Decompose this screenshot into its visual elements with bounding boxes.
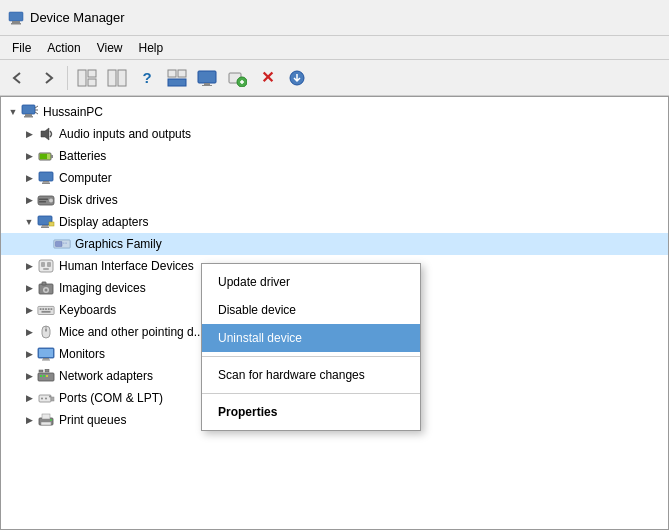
expand-hid[interactable]: ▶	[21, 258, 37, 274]
svg-rect-12	[204, 83, 210, 85]
context-menu-sep	[202, 356, 420, 357]
svg-point-71	[41, 398, 43, 400]
tree-label-keyboard: Keyboards	[59, 303, 116, 317]
svg-rect-1	[12, 21, 20, 23]
expand-print[interactable]: ▶	[21, 412, 37, 428]
menu-help[interactable]: Help	[131, 39, 172, 57]
svg-point-72	[45, 398, 47, 400]
svg-rect-11	[198, 71, 216, 83]
svg-rect-56	[42, 311, 51, 313]
menu-bar: File Action View Help	[0, 36, 669, 60]
svg-rect-50	[38, 306, 54, 314]
expand-ports[interactable]: ▶	[21, 390, 37, 406]
svg-rect-37	[49, 222, 54, 226]
svg-rect-29	[42, 183, 50, 185]
icon-network	[37, 367, 55, 385]
expand-keyboard[interactable]: ▶	[21, 302, 37, 318]
svg-rect-55	[51, 308, 53, 310]
svg-rect-67	[46, 375, 48, 377]
context-menu-sep2	[202, 393, 420, 394]
tree-item-disk[interactable]: ▶ Disk drives	[1, 189, 668, 211]
context-menu-uninstall-device[interactable]: Uninstall device	[202, 324, 420, 352]
tree-label-print: Print queues	[59, 413, 126, 427]
svg-rect-43	[41, 262, 45, 267]
svg-point-49	[45, 289, 48, 292]
svg-rect-13	[202, 85, 212, 86]
menu-action[interactable]: Action	[39, 39, 88, 57]
tree-item-gpu[interactable]: ▶ Graphics Family	[1, 233, 668, 255]
context-menu-scan-hardware[interactable]: Scan for hardware changes	[202, 361, 420, 389]
icon-audio	[37, 125, 55, 143]
expand-network[interactable]: ▶	[21, 368, 37, 384]
tree-label-monitors: Monitors	[59, 347, 105, 361]
main-content: ▼ HussainPC ▶	[0, 96, 669, 530]
svg-rect-17	[22, 105, 35, 114]
svg-rect-32	[39, 199, 48, 201]
expand-audio[interactable]: ▶	[21, 126, 37, 142]
svg-rect-9	[178, 70, 186, 77]
svg-rect-10	[168, 79, 186, 86]
forward-button[interactable]	[34, 64, 62, 92]
svg-point-78	[50, 419, 52, 421]
svg-rect-61	[39, 349, 53, 357]
svg-rect-41	[65, 242, 67, 244]
tree-item-batteries[interactable]: ▶ Batteries	[1, 145, 668, 167]
icon-keyboard	[37, 301, 55, 319]
svg-line-22	[35, 112, 38, 114]
svg-rect-63	[42, 360, 50, 361]
menu-file[interactable]: File	[4, 39, 39, 57]
tree-item-audio[interactable]: ▶ Audio inputs and outputs	[1, 123, 668, 145]
icon-computer-node	[37, 169, 55, 187]
icon-hid	[37, 257, 55, 275]
context-menu-properties[interactable]: Properties	[202, 398, 420, 426]
menu-view[interactable]: View	[89, 39, 131, 57]
monitor-button[interactable]	[193, 64, 221, 92]
svg-rect-0	[9, 12, 23, 21]
tree-label-ports: Ports (COM & LPT)	[59, 391, 163, 405]
context-menu-update-driver[interactable]: Update driver	[202, 268, 420, 296]
tree-item-root[interactable]: ▼ HussainPC	[1, 101, 668, 123]
svg-rect-18	[25, 114, 32, 116]
tree-label-imaging: Imaging devices	[59, 281, 146, 295]
tree-item-computer[interactable]: ▶ Computer	[1, 167, 668, 189]
svg-rect-36	[41, 227, 49, 229]
context-menu: Update driver Disable device Uninstall d…	[201, 263, 421, 431]
icon-ports	[37, 389, 55, 407]
context-menu-disable-device[interactable]: Disable device	[202, 296, 420, 324]
refresh-button[interactable]	[103, 64, 131, 92]
scan-button[interactable]	[163, 64, 191, 92]
svg-rect-35	[42, 225, 48, 227]
svg-line-20	[35, 106, 38, 108]
tree-label-root: HussainPC	[43, 105, 103, 119]
expand-monitors[interactable]: ▶	[21, 346, 37, 362]
svg-rect-19	[24, 116, 33, 118]
add-driver-button[interactable]	[223, 64, 251, 92]
expand-mice[interactable]: ▶	[21, 324, 37, 340]
back-button[interactable]	[4, 64, 32, 92]
expand-computer[interactable]: ▶	[21, 170, 37, 186]
expand-display[interactable]: ▼	[21, 214, 37, 230]
svg-rect-53	[45, 308, 47, 310]
svg-rect-65	[40, 375, 42, 377]
icon-printer	[37, 411, 55, 429]
tree-label-computer: Computer	[59, 171, 112, 185]
icon-disk	[37, 191, 55, 209]
svg-rect-39	[55, 242, 62, 247]
tree-item-display[interactable]: ▼ Display adapters	[1, 211, 668, 233]
expand-batteries[interactable]: ▶	[21, 148, 37, 164]
svg-rect-45	[43, 268, 49, 270]
svg-rect-47	[42, 282, 46, 285]
expand-root[interactable]: ▼	[5, 104, 21, 120]
properties-button[interactable]	[73, 64, 101, 92]
tree-label-batteries: Batteries	[59, 149, 106, 163]
update-button[interactable]	[283, 64, 311, 92]
svg-rect-69	[45, 369, 49, 372]
tree-label-disk: Disk drives	[59, 193, 118, 207]
svg-rect-54	[48, 308, 50, 310]
remove-button[interactable]: ✕	[253, 64, 281, 92]
expand-disk[interactable]: ▶	[21, 192, 37, 208]
icon-mouse	[37, 323, 55, 341]
svg-rect-77	[41, 422, 51, 425]
help-button[interactable]: ?	[133, 64, 161, 92]
expand-imaging[interactable]: ▶	[21, 280, 37, 296]
